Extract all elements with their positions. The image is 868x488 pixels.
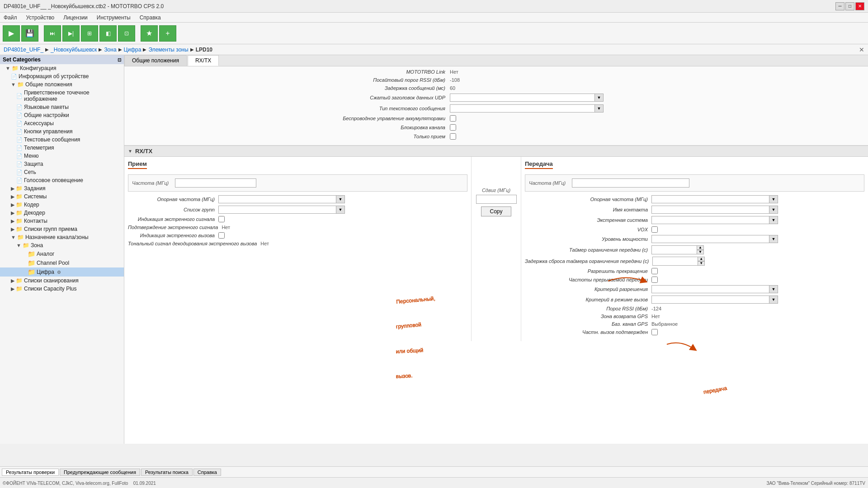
receive-freq-input[interactable]: 433.300000: [175, 178, 256, 188]
tx-permission-criteria-label: Критерий разрешения: [525, 286, 651, 292]
udp-header-arrow[interactable]: ▼: [594, 94, 604, 102]
tree-item-systems[interactable]: ▶ 📁 Системы: [0, 192, 124, 201]
tree-item-language[interactable]: 📄 Языковые пакеты: [0, 103, 124, 111]
tx-interrupt-freqs-checkbox[interactable]: [651, 277, 658, 283]
rx-emergency-call-indicator-checkbox[interactable]: [218, 232, 225, 239]
receive-only-checkbox[interactable]: [450, 133, 456, 140]
tx-power-input[interactable]: Выс.: [651, 235, 769, 243]
maximize-button[interactable]: □: [845, 2, 854, 10]
menu-help[interactable]: Справка: [138, 14, 163, 22]
breadcrumb-city[interactable]: _Новокуйбышевск: [51, 47, 97, 53]
tree-item-channel-zone[interactable]: ▼ 📁 Назначение канала/зоны: [0, 233, 124, 241]
tx-private-call-confirmed-checkbox[interactable]: [651, 329, 658, 335]
bottom-tab-help[interactable]: Справка: [193, 469, 221, 476]
toolbar-btn5[interactable]: ⊡: [118, 25, 135, 42]
tx-call-criteria-input[interactable]: Всегда: [651, 296, 769, 304]
toolbar-btn2[interactable]: ▶|: [62, 25, 80, 42]
tree-item-text-messages[interactable]: 📄 Текстовые сообщения: [0, 136, 124, 144]
menu-device[interactable]: Устройство: [24, 14, 57, 22]
toolbar-star-button[interactable]: ★: [141, 25, 158, 42]
tab-rxtx[interactable]: RX/TX: [188, 55, 219, 66]
rxtx-section-header[interactable]: ▼ RX/TX: [124, 145, 868, 157]
tx-ref-freq-label: Опорная частота (МГц): [525, 197, 651, 202]
rx-group-list-input[interactable]: Нет: [218, 206, 336, 214]
tx-timer-reset-up[interactable]: ▲: [698, 257, 705, 261]
tree-item-decoder[interactable]: ▶ 📁 Декодер: [0, 209, 124, 217]
tx-power-arrow[interactable]: ▼: [769, 235, 778, 243]
tx-allow-interrupt-checkbox[interactable]: [651, 268, 658, 274]
udp-header-input[interactable]: Стандартный DMR: [450, 94, 594, 102]
tree-item-group-lists[interactable]: ▶ 📁 Списки групп приема: [0, 225, 124, 233]
tree-item-config[interactable]: ▼ 📁 Конфигурация: [0, 64, 124, 72]
tx-timer-reset-down[interactable]: ▼: [698, 261, 705, 266]
tree-item-zone[interactable]: ▼ 📁 Зона: [0, 241, 124, 249]
toolbar-save-button[interactable]: 💾: [21, 25, 38, 42]
tx-vox-checkbox[interactable]: [651, 226, 658, 233]
tx-contact-name-label: Имя контакта: [525, 207, 651, 212]
tx-contact-arrow[interactable]: ▼: [769, 206, 778, 214]
breadcrumb-zone-elements[interactable]: Элементы зоны: [148, 47, 188, 53]
tree-item-contacts[interactable]: ▶ 📁 Контакты: [0, 217, 124, 225]
tx-permission-arrow[interactable]: ▼: [769, 285, 778, 293]
tree-item-device-info[interactable]: 📄 Информация об устройстве: [0, 72, 124, 80]
tree-item-voice-alert[interactable]: 📄 Голосовое оповещение: [0, 176, 124, 184]
menu-licenses[interactable]: Лицензии: [61, 14, 90, 22]
tx-permission-input[interactable]: Всегда: [651, 285, 769, 293]
tree-item-digital[interactable]: 📁 Цифра ⚙: [0, 267, 124, 277]
toolbar-btn4[interactable]: ◧: [99, 25, 117, 42]
tx-call-criteria-arrow[interactable]: ▼: [769, 296, 778, 304]
tx-contact-input[interactable]: Call2: [651, 206, 769, 214]
tree-item-encoder[interactable]: ▶ 📁 Кодер: [0, 201, 124, 209]
bottom-tab-check-results[interactable]: Результаты проверки: [2, 469, 59, 476]
wireless-battery-checkbox[interactable]: [450, 115, 456, 122]
toolbar-btn1[interactable]: ⏭: [44, 25, 61, 42]
bottom-tab-search-results[interactable]: Результаты поиска: [141, 469, 193, 476]
tx-ref-freq-arrow[interactable]: ▼: [769, 195, 778, 203]
toolbar-add-button[interactable]: +: [159, 25, 176, 42]
menu-file[interactable]: Файл: [2, 14, 19, 22]
tree-item-general[interactable]: ▼ 📁 Общие положения: [0, 80, 124, 89]
tree-item-accessories[interactable]: 📄 Аксессуары: [0, 119, 124, 127]
tx-timer-reset-input[interactable]: 0: [652, 257, 698, 266]
tx-emergency-system-input[interactable]: Нет: [651, 216, 769, 224]
tree-item-welcome[interactable]: 📄 Приветственное точечное изображение: [0, 89, 124, 103]
close-button[interactable]: ✕: [855, 2, 864, 10]
transmit-freq-input[interactable]: 433.300000: [572, 178, 689, 188]
text-msg-type-arrow[interactable]: ▼: [594, 104, 604, 113]
tree-item-channel-pool[interactable]: 📁 Channel Pool: [0, 258, 124, 267]
tree-item-scan-lists[interactable]: ▶ 📁 Списки сканирования: [0, 277, 124, 285]
rx-group-list-arrow[interactable]: ▼: [336, 206, 345, 214]
tree-item-network[interactable]: 📄 Сеть: [0, 168, 124, 176]
tree-item-settings[interactable]: 📄 Общие настройки: [0, 111, 124, 119]
tx-timer-down[interactable]: ▼: [697, 250, 704, 254]
minimize-button[interactable]: ─: [835, 2, 844, 10]
toolbar-btn3[interactable]: ⊞: [81, 25, 98, 42]
tree-item-tasks[interactable]: ▶ 📁 Задания: [0, 184, 124, 192]
tab-general[interactable]: Общие положения: [124, 55, 187, 66]
toolbar-play-button[interactable]: ▶: [3, 25, 20, 42]
breadcrumb-zone[interactable]: Зона: [104, 47, 116, 53]
menu-tools[interactable]: Инструменты: [95, 14, 132, 22]
shift-input[interactable]: 0.000000: [476, 195, 517, 204]
text-msg-type-input[interactable]: Патентованный: [450, 104, 594, 113]
rx-emergency-indicator-checkbox[interactable]: [218, 216, 225, 222]
rx-ref-freq-input[interactable]: По умолчанию: [218, 195, 336, 203]
breadcrumb-close-button[interactable]: ✕: [859, 46, 864, 53]
tx-timer-up[interactable]: ▲: [697, 245, 704, 250]
tree-item-security[interactable]: 📄 Защита: [0, 160, 124, 168]
tree-item-capacity-plus[interactable]: ▶ 📁 Списки Capacity Plus: [0, 285, 124, 293]
bottom-tab-warnings[interactable]: Предупреждающие сообщения: [60, 469, 140, 476]
breadcrumb-dp4801[interactable]: DP4801e_UHF_: [4, 47, 43, 53]
channel-lock-checkbox[interactable]: [450, 124, 456, 131]
tree-item-analog[interactable]: 📁 Аналог: [0, 249, 124, 258]
tx-ref-freq-input[interactable]: По умолчанию: [651, 195, 769, 203]
tree-item-telemetry[interactable]: 📄 Телеметрия: [0, 144, 124, 152]
tree-item-menu[interactable]: 📄 Меню: [0, 152, 124, 160]
tx-timer-input[interactable]: 60: [651, 245, 697, 254]
copy-button[interactable]: Copy: [481, 206, 511, 216]
tree-item-buttons[interactable]: 📄 Кнопки управления: [0, 127, 124, 136]
tx-emergency-system-arrow[interactable]: ▼: [769, 216, 778, 224]
rx-ref-freq-arrow[interactable]: ▼: [336, 195, 345, 203]
tree-doc-icon4: 📄: [16, 113, 23, 118]
breadcrumb-digital[interactable]: Цифра: [124, 47, 142, 53]
